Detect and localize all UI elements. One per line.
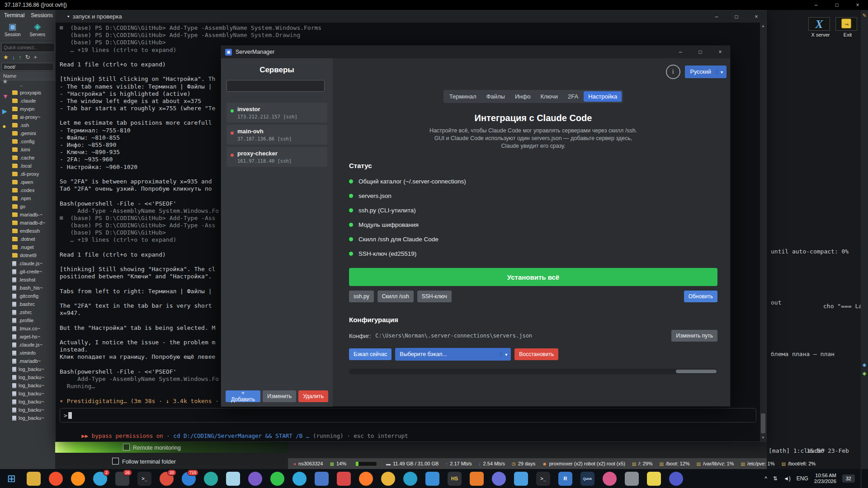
red-app-icon[interactable] bbox=[337, 472, 351, 486]
camera-icon[interactable] bbox=[625, 472, 639, 486]
restore-button[interactable]: Восстановить bbox=[514, 348, 558, 360]
file-row[interactable]: dotnet9 bbox=[0, 251, 55, 259]
telegram-icon[interactable] bbox=[292, 472, 307, 486]
file-row[interactable]: log_backu~ bbox=[0, 414, 55, 422]
file-row[interactable]: .dotnet bbox=[0, 235, 55, 243]
language-indicator[interactable]: ENG bbox=[797, 475, 808, 482]
file-row[interactable]: .claude.js~ bbox=[0, 341, 55, 349]
blue-app-icon[interactable] bbox=[514, 472, 528, 486]
teams-icon[interactable] bbox=[669, 472, 683, 486]
tab-info[interactable]: Инфо bbox=[510, 91, 535, 102]
file-row[interactable]: mariadb-d~ bbox=[0, 219, 55, 227]
arrow-down-icon[interactable]: ↓ bbox=[12, 54, 15, 61]
file-row[interactable]: .git-crede~ bbox=[0, 267, 55, 276]
quick-access-icon[interactable]: Quick bbox=[580, 472, 594, 486]
ssh-key-button[interactable]: SSH-ключ bbox=[417, 291, 452, 302]
show-desktop-button[interactable] bbox=[861, 469, 863, 488]
server-manager-titlebar[interactable]: ▣ ServerManager – □ × bbox=[221, 46, 730, 58]
pencil-icon[interactable]: ✎ bbox=[861, 13, 868, 19]
edge-tool-icon[interactable]: ◆ bbox=[861, 371, 868, 376]
rstudio-icon[interactable]: R bbox=[558, 472, 572, 486]
scrollbar-thumb[interactable] bbox=[676, 370, 717, 373]
obs-icon[interactable] bbox=[204, 472, 218, 486]
notification-count[interactable]: 32 bbox=[842, 474, 855, 483]
horizontal-scrollbar[interactable] bbox=[349, 369, 717, 374]
ssh-py-button[interactable]: ssh.py bbox=[349, 291, 374, 302]
os-minimize-button[interactable]: – bbox=[806, 0, 826, 10]
terminal-titlebar[interactable]: • запуск и проверка – □ × bbox=[56, 10, 766, 23]
edge-blue-icon[interactable]: 715 bbox=[182, 472, 196, 486]
desktop-icon-exit[interactable]: → Exit bbox=[835, 17, 860, 38]
tab-keys[interactable]: Ключи bbox=[536, 91, 562, 102]
tab-terminal[interactable]: Терминал bbox=[445, 91, 481, 102]
session-button[interactable]: ▣ Session bbox=[1, 21, 24, 38]
firefox-orange-icon[interactable] bbox=[359, 472, 373, 486]
server-list-item[interactable]: proxy-checker 161.97.118.40 [ssh] bbox=[226, 147, 327, 167]
file-row[interactable]: .di-proxy bbox=[0, 170, 55, 178]
checkbox-icon[interactable] bbox=[112, 458, 119, 465]
menu-terminal[interactable]: Terminal bbox=[4, 12, 24, 19]
heidisql-icon[interactable]: HS bbox=[448, 472, 462, 486]
edge-icon[interactable]: 2 bbox=[93, 472, 107, 486]
notepad-icon[interactable] bbox=[226, 472, 240, 486]
viber-icon[interactable] bbox=[248, 472, 262, 486]
terminal-scrollbar[interactable]: ▲ ▼ bbox=[760, 23, 766, 441]
language-dropdown[interactable]: Русский ▾ bbox=[685, 66, 726, 78]
file-row[interactable]: log_backu~ bbox=[0, 398, 55, 406]
refresh-icon[interactable]: ↻ bbox=[25, 54, 30, 61]
sm-minimize-button[interactable]: – bbox=[670, 46, 690, 58]
add-server-button[interactable]: + Добавить bbox=[226, 390, 260, 402]
scrollbar-thumb[interactable] bbox=[761, 413, 765, 433]
tab-settings[interactable]: Настройка bbox=[584, 91, 622, 102]
scroll-down-icon[interactable]: ▼ bbox=[760, 434, 766, 441]
discord-icon[interactable] bbox=[492, 472, 506, 486]
tab-2fa[interactable]: 2FA bbox=[563, 91, 583, 102]
file-row[interactable]: .cache bbox=[0, 154, 55, 162]
file-row[interactable]: go bbox=[0, 202, 55, 211]
terminal-minimize-button[interactable]: – bbox=[707, 10, 726, 23]
backup-now-button[interactable]: Бэкап сейчас bbox=[349, 348, 392, 360]
desktop-icon-x-server[interactable]: X X server bbox=[808, 17, 833, 38]
server-search-input[interactable] bbox=[226, 80, 325, 92]
file-row[interactable]: .local bbox=[0, 162, 55, 170]
skill-ssh-button[interactable]: Скилл /ssh bbox=[377, 291, 414, 302]
terminal-input[interactable]: > bbox=[60, 408, 756, 422]
servers-button[interactable]: ◈ Servers bbox=[26, 21, 49, 38]
chrome-icon[interactable]: 20 bbox=[160, 472, 174, 486]
file-row[interactable]: .zshrc bbox=[0, 308, 55, 316]
arrow-up-icon[interactable]: ↑ bbox=[19, 54, 22, 61]
brave-icon[interactable] bbox=[49, 472, 63, 486]
os-window-titlebar[interactable]: 37.187.136.86 ([root ovh]) – □ × bbox=[0, 0, 868, 10]
quick-connect-input[interactable] bbox=[1, 43, 55, 52]
mail-app-icon[interactable]: 26 bbox=[115, 472, 129, 486]
file-row[interactable]: .gemini bbox=[0, 129, 55, 137]
console-icon[interactable]: >_ bbox=[536, 472, 550, 486]
file-row[interactable]: .gitconfig bbox=[0, 292, 55, 300]
file-row[interactable]: .qwen bbox=[0, 178, 55, 186]
change-path-button[interactable]: Изменить путь bbox=[671, 330, 717, 342]
vscode-icon[interactable] bbox=[425, 472, 439, 486]
taskbar-clock[interactable]: 10:56 AM 2/23/2026 bbox=[814, 473, 836, 484]
install-all-button[interactable]: Установить всё bbox=[349, 268, 717, 286]
network-icon[interactable]: ⇅ bbox=[773, 475, 778, 482]
edit-server-button[interactable]: Изменить bbox=[263, 390, 296, 402]
file-row[interactable]: log_backu~ bbox=[0, 365, 55, 373]
file-row[interactable]: log_backu~ bbox=[0, 389, 55, 398]
tray-expand-icon[interactable]: ^ bbox=[764, 475, 767, 482]
orange-app-icon[interactable] bbox=[470, 472, 484, 486]
os-close-button[interactable]: × bbox=[847, 0, 868, 10]
current-path[interactable]: /root/ bbox=[1, 63, 54, 71]
games-icon[interactable]: ● bbox=[2, 122, 9, 130]
terminal-maximize-button[interactable]: □ bbox=[726, 10, 746, 23]
file-row[interactable]: .nuget bbox=[0, 243, 55, 251]
start-button[interactable]: ⊞ bbox=[5, 472, 19, 486]
paint-icon[interactable] bbox=[603, 472, 617, 486]
follow-terminal-folder-toggle[interactable]: Follow terminal folder bbox=[112, 458, 176, 465]
terminal-icon[interactable]: >_ bbox=[137, 472, 151, 486]
info-icon[interactable]: i bbox=[666, 65, 680, 79]
edge-tool-icon[interactable]: ◆ bbox=[861, 362, 868, 368]
macros-icon[interactable]: ▼ bbox=[2, 93, 9, 100]
firefox-icon[interactable] bbox=[71, 472, 85, 486]
compass-app-icon[interactable] bbox=[403, 472, 417, 486]
file-row[interactable]: .kimi bbox=[0, 145, 55, 154]
